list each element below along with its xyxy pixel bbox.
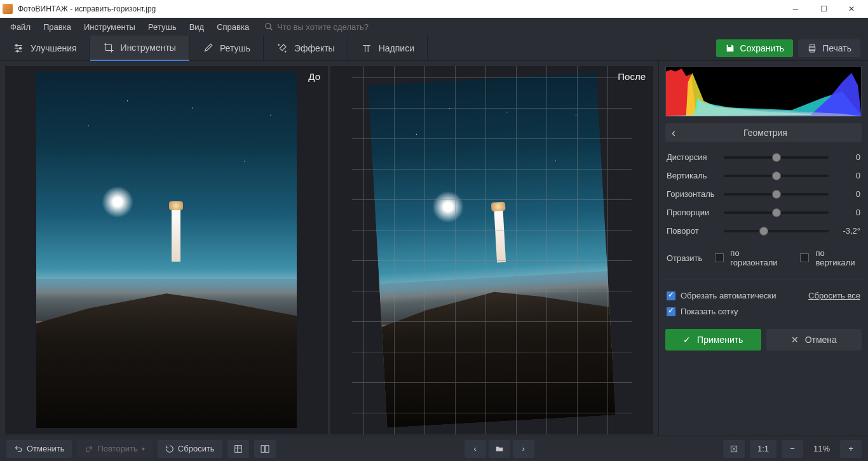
reset-button[interactable]: Сбросить xyxy=(158,440,222,458)
history-icon xyxy=(233,444,243,454)
sliders-group: Дисторсия 0 Вертикаль 0 Горизонталь 0 Пр… xyxy=(665,149,862,239)
slider-value: -3,2° xyxy=(835,226,860,236)
actual-size-button[interactable]: 1:1 xyxy=(750,440,776,458)
menu-retouch[interactable]: Ретушь xyxy=(143,20,182,34)
fit-button[interactable] xyxy=(723,440,745,458)
svg-point-2 xyxy=(20,47,22,49)
save-icon xyxy=(725,43,735,53)
print-icon xyxy=(807,43,817,53)
slider-row-3: Пропорции 0 xyxy=(667,208,860,217)
undo-label: Отменить xyxy=(27,444,64,453)
menubar: Файл Правка Инструменты Ретушь Вид Справ… xyxy=(0,18,868,36)
tab-enhance[interactable]: Улучшения xyxy=(0,36,90,61)
flip-horizontal-checkbox[interactable] xyxy=(715,253,724,262)
tab-tools[interactable]: Инструменты xyxy=(90,36,189,61)
folder-icon xyxy=(495,444,504,453)
before-image[interactable] xyxy=(36,72,297,428)
reset-icon xyxy=(165,444,174,453)
svg-point-1 xyxy=(16,44,18,46)
separator xyxy=(665,279,862,279)
slider-thumb[interactable] xyxy=(772,190,781,199)
after-label: После xyxy=(618,71,646,82)
slider-track[interactable] xyxy=(724,193,829,196)
plus-icon: + xyxy=(848,444,853,453)
nav-group: ‹ › xyxy=(465,440,534,458)
slider-thumb[interactable] xyxy=(772,171,781,180)
compare-view: До После xyxy=(0,61,658,436)
svg-rect-8 xyxy=(261,445,264,452)
slider-track[interactable] xyxy=(724,230,829,232)
maximize-button[interactable]: ☐ xyxy=(810,0,837,18)
menu-tools[interactable]: Инструменты xyxy=(79,20,140,34)
apply-label: Применить xyxy=(697,335,743,345)
tab-label: Эффекты xyxy=(294,43,335,53)
slider-label: Поворот xyxy=(667,226,717,236)
show-grid-label: Показать сетку xyxy=(681,307,738,316)
wand-icon xyxy=(276,43,288,54)
reset-label: Сбросить xyxy=(178,444,215,453)
show-grid-checkbox[interactable] xyxy=(667,307,675,316)
history-button[interactable] xyxy=(227,440,249,458)
reset-all-link[interactable]: Сбросить все xyxy=(808,291,860,300)
tab-retouch[interactable]: Ретушь xyxy=(189,36,264,61)
search-input[interactable] xyxy=(277,22,417,32)
svg-rect-7 xyxy=(234,445,241,452)
slider-value: 0 xyxy=(835,189,860,199)
slider-track[interactable] xyxy=(724,211,829,214)
menu-help[interactable]: Справка xyxy=(212,20,254,34)
chevron-down-icon: ▾ xyxy=(142,445,145,452)
after-image-container[interactable] xyxy=(352,66,632,434)
print-label: Печать xyxy=(822,43,851,53)
slider-label: Вертикаль xyxy=(667,171,717,180)
slider-track[interactable] xyxy=(724,175,829,177)
slider-row-0: Дисторсия 0 xyxy=(667,152,860,162)
slider-thumb[interactable] xyxy=(759,227,768,236)
x-icon: ✕ xyxy=(791,335,799,345)
open-button[interactable] xyxy=(489,440,510,458)
compare-toggle[interactable] xyxy=(254,440,276,458)
flip-label: Отразить xyxy=(667,253,702,263)
redo-button[interactable]: Повторить ▾ xyxy=(77,440,152,458)
save-button[interactable]: Сохранить xyxy=(716,39,794,57)
slider-row-2: Горизонталь 0 xyxy=(667,189,860,199)
next-button[interactable]: › xyxy=(513,440,534,458)
menu-edit[interactable]: Правка xyxy=(38,20,76,34)
svg-rect-5 xyxy=(810,44,815,47)
tab-label: Улучшения xyxy=(31,43,77,53)
menu-file[interactable]: Файл xyxy=(5,20,36,34)
tab-text[interactable]: Надписи xyxy=(348,36,428,61)
histogram[interactable] xyxy=(665,66,862,117)
before-pane: До xyxy=(5,66,328,434)
tab-label: Надписи xyxy=(379,43,414,53)
slider-row-4: Поворот -3,2° xyxy=(667,226,860,236)
action-buttons: ✓ Применить ✕ Отмена xyxy=(665,329,862,351)
zoom-out-button[interactable]: − xyxy=(782,440,803,458)
zoom-value: 11% xyxy=(808,444,835,453)
slider-label: Дисторсия xyxy=(667,152,717,162)
minimize-button[interactable]: ─ xyxy=(782,0,810,18)
menu-view[interactable]: Вид xyxy=(184,20,210,34)
zoom-in-button[interactable]: + xyxy=(840,440,862,458)
slider-thumb[interactable] xyxy=(772,208,781,217)
save-label: Сохранить xyxy=(740,43,785,53)
apply-button[interactable]: ✓ Применить xyxy=(665,329,761,351)
titlebar: ФотоВИНТАЖ - исправить-горизонт.jpg ─ ☐ … xyxy=(0,0,868,18)
slider-label: Пропорции xyxy=(667,208,717,217)
menu-search xyxy=(264,22,417,32)
close-button[interactable]: ✕ xyxy=(837,0,865,18)
redo-label: Повторить xyxy=(97,444,137,453)
tab-label: Инструменты xyxy=(121,43,176,53)
print-button[interactable]: Печать xyxy=(798,39,860,57)
panel-title: Геометрия xyxy=(675,128,855,138)
flip-vertical-checkbox[interactable] xyxy=(800,253,809,262)
cancel-button[interactable]: ✕ Отмена xyxy=(766,329,862,351)
slider-track[interactable] xyxy=(724,156,829,159)
auto-crop-checkbox[interactable] xyxy=(667,291,675,300)
slider-thumb[interactable] xyxy=(772,153,781,162)
text-icon xyxy=(361,43,372,54)
slider-value: 0 xyxy=(835,208,860,217)
undo-button[interactable]: Отменить xyxy=(6,440,72,458)
auto-crop-label: Обрезать автоматически xyxy=(681,291,776,300)
prev-button[interactable]: ‹ xyxy=(465,440,486,458)
tab-effects[interactable]: Эффекты xyxy=(264,36,348,61)
